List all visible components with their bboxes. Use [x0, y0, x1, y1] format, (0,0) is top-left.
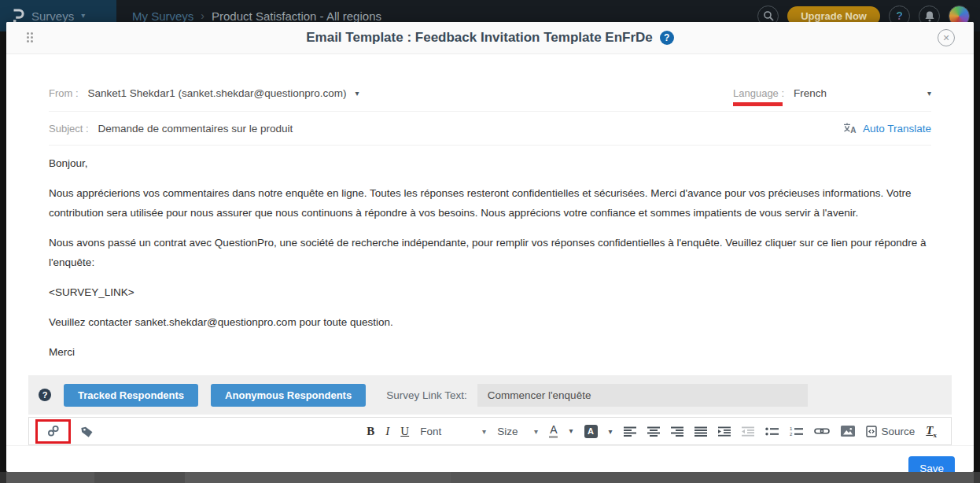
email-paragraph: Veuillez contacter sanket.shekdar@questi…	[49, 312, 931, 332]
remove-format-sub: x	[934, 431, 938, 439]
email-paragraph: <SURVEY_LINK>	[49, 282, 931, 302]
bulleted-list-icon	[765, 426, 779, 437]
numbered-list-icon: 1 2	[790, 426, 803, 437]
close-button[interactable]: ✕	[938, 29, 955, 46]
justify-icon	[694, 426, 707, 437]
language-alert-underline	[733, 102, 783, 106]
from-select[interactable]: Sanket1 Shekdar1 (sanket.shekdar@questio…	[79, 87, 359, 99]
outdent-button[interactable]	[742, 426, 754, 437]
editor-toolbar: B I U Font ▾ Size ▾ A ▾ A ▾	[28, 417, 952, 445]
svg-text:1: 1	[790, 426, 793, 431]
editor-toolbar-right: B I U Font ▾ Size ▾ A ▾ A ▾	[367, 424, 946, 439]
chevron-down-icon: ▾	[609, 427, 613, 436]
language-select[interactable]: Language : French ▾	[733, 86, 931, 100]
remove-format-button[interactable]: Tx	[926, 424, 937, 439]
align-left-icon	[624, 426, 636, 437]
font-size-label: Size	[497, 426, 518, 437]
chevron-down-icon: ▾	[355, 89, 359, 98]
language-label-wrap: Language :	[733, 86, 784, 100]
source-label: Source	[882, 426, 916, 437]
help-icon: ?	[896, 9, 903, 22]
dialog-title-row: Email Template : Feedback Invitation Tem…	[306, 30, 674, 46]
close-icon: ✕	[942, 33, 949, 43]
respondent-options-bar: ? Tracked Respondents Anonymous Responde…	[28, 375, 952, 415]
dimmed-background-strip	[0, 472, 980, 483]
insert-survey-link-button[interactable]	[46, 424, 61, 438]
tab-tracked-respondents[interactable]: Tracked Respondents	[64, 384, 198, 407]
align-right-button[interactable]	[671, 426, 683, 437]
underline-button[interactable]: U	[400, 426, 409, 437]
align-center-icon	[647, 426, 660, 437]
tag-icon	[80, 425, 95, 438]
background-color-button[interactable]: A ▾	[584, 425, 613, 438]
justify-button[interactable]	[694, 426, 707, 437]
insert-merge-tag-button[interactable]	[80, 425, 95, 438]
drag-handle-icon[interactable]	[27, 32, 35, 44]
bold-button[interactable]: B	[367, 426, 374, 437]
chain-link-icon	[46, 424, 61, 438]
search-icon	[763, 10, 774, 21]
from-label: From :	[49, 87, 79, 99]
language-value: French	[794, 87, 827, 99]
language-label: Language :	[733, 87, 784, 99]
indent-icon	[718, 426, 731, 437]
breadcrumb-my-surveys[interactable]: My Surveys	[132, 9, 193, 23]
breadcrumb-separator-icon: ›	[201, 9, 204, 22]
align-right-icon	[671, 426, 683, 437]
bulleted-list-button[interactable]	[765, 426, 779, 437]
survey-link-text-label: Survey Link Text:	[386, 389, 467, 401]
survey-link-text-input[interactable]	[477, 384, 808, 407]
email-paragraph: Bonjour,	[49, 153, 931, 173]
auto-translate-label: Auto Translate	[863, 123, 931, 135]
tab-anonymous-respondents[interactable]: Anonymous Respondents	[211, 384, 366, 407]
email-template-dialog: Email Template : Feedback Invitation Tem…	[6, 22, 974, 472]
insert-link-button[interactable]	[814, 426, 830, 436]
email-paragraph: Nous apprécierions vos commentaires dans…	[49, 183, 931, 223]
insert-image-button[interactable]	[841, 426, 855, 437]
background-color-icon: A	[584, 425, 598, 438]
outdent-icon	[742, 426, 754, 437]
source-button[interactable]: Source	[866, 426, 916, 437]
email-paragraph: Merci	[49, 342, 931, 362]
subject-label: Subject :	[49, 123, 89, 135]
email-body-editor[interactable]: Bonjour, Nous apprécierions vos commenta…	[6, 146, 974, 372]
image-icon	[841, 426, 855, 437]
translate-icon: A	[843, 122, 857, 135]
chevron-down-icon: ▾	[482, 427, 486, 436]
respondent-help-icon[interactable]: ?	[39, 389, 51, 401]
source-icon	[866, 426, 877, 437]
align-left-button[interactable]	[624, 426, 636, 437]
hyperlink-icon	[814, 426, 830, 436]
annotation-highlight	[35, 419, 71, 444]
dialog-title: Email Template : Feedback Invitation Tem…	[306, 30, 653, 46]
text-color-button[interactable]: A ▾	[549, 424, 573, 438]
dialog-header: Email Template : Feedback Invitation Tem…	[6, 22, 974, 54]
svg-text:2: 2	[790, 432, 793, 437]
breadcrumb-current: Product Satisfaction - All regions	[212, 9, 381, 23]
svg-text:A: A	[850, 126, 856, 135]
italic-button[interactable]: I	[385, 426, 389, 437]
font-size-select[interactable]: Size ▾	[497, 426, 538, 437]
font-family-select[interactable]: Font ▾	[420, 426, 486, 437]
text-color-icon: A	[549, 424, 558, 438]
align-center-button[interactable]	[647, 426, 660, 437]
app-menu-label: Surveys	[31, 9, 74, 23]
font-family-label: Font	[420, 426, 441, 437]
remove-format-letter: T	[926, 424, 933, 437]
email-paragraph: Nous avons passé un contrat avec Questio…	[49, 233, 931, 272]
chevron-down-icon: ▾	[534, 427, 538, 436]
title-help-icon[interactable]: ?	[660, 31, 674, 45]
chevron-down-icon: ▾	[569, 426, 573, 435]
chevron-down-icon: ▾	[81, 12, 85, 20]
subject-value[interactable]: Demande de commentaires sur le produit	[98, 123, 293, 135]
email-meta-section: From : Sanket1 Shekdar1 (sanket.shekdar@…	[6, 54, 974, 146]
auto-translate-button[interactable]: A Auto Translate	[843, 122, 931, 135]
chevron-down-icon: ▾	[927, 89, 931, 98]
from-language-row: From : Sanket1 Shekdar1 (sanket.shekdar@…	[49, 86, 931, 112]
indent-button[interactable]	[718, 426, 731, 437]
bell-icon	[924, 10, 935, 22]
subject-row: Subject : Demande de commentaires sur le…	[49, 119, 931, 146]
from-value: Sanket1 Shekdar1 (sanket.shekdar@questio…	[88, 87, 347, 99]
numbered-list-button[interactable]: 1 2	[790, 426, 803, 437]
